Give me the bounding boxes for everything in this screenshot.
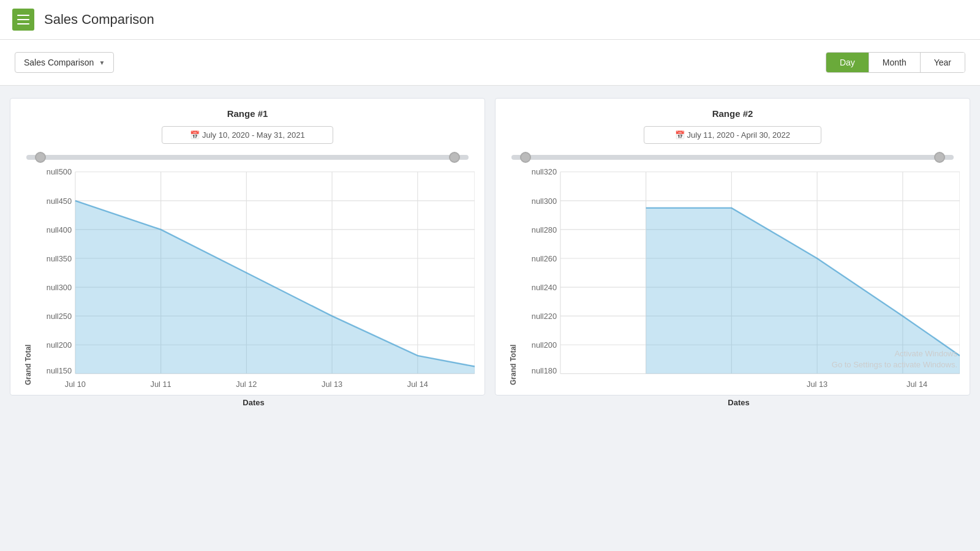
svg-text:null220: null220 [532,312,557,321]
chevron-down-icon: ▼ [99,59,105,66]
svg-text:null500: null500 [47,167,72,176]
svg-text:null280: null280 [532,225,557,234]
chart2-title: Range #2 [505,108,960,119]
chart2-area: Grand Total [505,165,960,385]
svg-text:null260: null260 [532,254,557,263]
time-period-toggle: Day Month Year [826,52,965,73]
svg-text:Jul 14: Jul 14 [907,379,927,388]
year-toggle-button[interactable]: Year [921,53,965,72]
svg-text:Jul 10: Jul 10 [65,379,86,388]
svg-text:Jul 12: Jul 12 [236,379,257,388]
chart1-slider [20,155,475,160]
report-dropdown[interactable]: Sales Comparison ▼ [15,52,114,73]
chart2-inner: null320 null300 null280 null260 null240 … [518,165,960,385]
main-content: Range #1 Grand Total [0,86,980,408]
chart-panel-2: Range #2 Grand Total [495,98,970,395]
chart2-slider-left-handle[interactable] [520,152,531,163]
chart1-inner: null500 null450 null400 null350 null300 … [32,165,475,385]
chart1-svg: null500 null450 null400 null350 null300 … [32,165,475,395]
chart1-title: Range #1 [20,108,475,119]
svg-text:null400: null400 [47,225,72,234]
svg-text:Jul 13: Jul 13 [807,379,827,388]
svg-text:Jul 11: Jul 11 [151,379,172,388]
svg-text:null250: null250 [47,312,72,321]
month-toggle-button[interactable]: Month [869,53,921,72]
chart2-x-label: Dates [518,395,960,407]
chart2-date-range-container [505,126,960,144]
menu-icon-line1 [17,15,29,16]
svg-text:null200: null200 [532,340,557,350]
svg-text:null150: null150 [47,366,72,375]
svg-text:null350: null350 [47,254,72,263]
chart1-y-label: Grand Total [20,165,32,385]
chart2-slider [505,155,960,160]
chart1-date-range-container [20,126,475,144]
menu-icon-line3 [17,23,29,24]
svg-text:null450: null450 [47,196,72,205]
svg-text:null180: null180 [532,366,557,375]
svg-text:Jul 14: Jul 14 [407,379,428,388]
toolbar: Sales Comparison ▼ Day Month Year [0,40,980,86]
chart-panel-1: Range #1 Grand Total [10,98,485,395]
day-toggle-button[interactable]: Day [826,53,869,72]
svg-text:null200: null200 [47,340,72,350]
menu-icon-line2 [17,19,29,20]
chart2-slider-track [511,155,954,160]
header: Sales Comparison [0,0,980,40]
chart1-area: Grand Total [20,165,475,385]
chart1-date-input[interactable] [162,126,333,144]
svg-text:null320: null320 [532,167,557,176]
chart2-svg: null320 null300 null280 null260 null240 … [518,165,960,395]
chart2-svg-container: null320 null300 null280 null260 null240 … [518,165,960,395]
svg-text:null300: null300 [47,283,72,292]
chart1-slider-track [26,155,469,160]
chart1-svg-container: null500 null450 null400 null350 null300 … [32,165,475,395]
chart1-x-label: Dates [32,395,475,407]
report-dropdown-label: Sales Comparison [24,58,94,67]
chart2-date-input[interactable] [644,126,821,144]
chart1-slider-left-handle[interactable] [35,152,46,163]
svg-text:null240: null240 [532,283,557,292]
menu-button[interactable] [12,9,34,31]
svg-text:Jul 13: Jul 13 [322,379,342,388]
svg-text:null300: null300 [532,196,557,205]
svg-marker-50 [646,208,960,374]
chart1-slider-right-handle[interactable] [449,152,460,163]
chart2-slider-right-handle[interactable] [934,152,945,163]
page-title: Sales Comparison [44,12,154,28]
chart2-y-label: Grand Total [505,165,518,385]
